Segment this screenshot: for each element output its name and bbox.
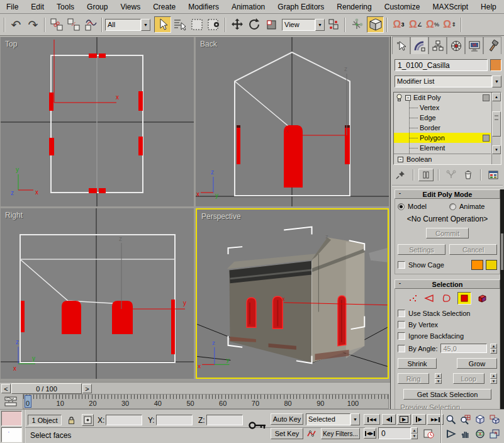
scroll-down-button[interactable]: ▼ [492, 145, 501, 154]
open-mini-curve-editor-button[interactable] [2, 395, 20, 408]
selection-header[interactable]: - Selection [395, 279, 500, 289]
play-button[interactable]: ▶ [397, 414, 411, 425]
menu-rendering[interactable]: Rendering [330, 1, 378, 13]
angle-snap-toggle-button[interactable]: Ω∠ [407, 16, 424, 33]
viewport-perspective-canvas[interactable]: x z z x y [197, 210, 388, 378]
viewport-top-canvas[interactable]: x y x z [1, 37, 194, 206]
tab-motion[interactable] [447, 36, 465, 54]
track-bar-ruler[interactable]: 0 10 20 30 40 50 60 70 80 90 100 [23, 394, 389, 409]
settings-button[interactable]: Settings [398, 244, 445, 255]
stack-row-vertex[interactable]: Vertex [394, 103, 501, 113]
time-slider-handle[interactable]: 0 / 100 [11, 383, 82, 394]
stack-scrollbar[interactable]: ▲ ▼ [491, 93, 501, 164]
keyboard-override-toggle-button[interactable] [367, 16, 384, 33]
remove-modifier-button[interactable] [461, 169, 476, 181]
shrink-button[interactable]: Shrink [398, 358, 437, 369]
vertex-subobject-button[interactable] [406, 293, 419, 304]
pan-button[interactable] [459, 428, 473, 440]
bind-to-space-warp-button[interactable] [82, 16, 99, 33]
select-by-name-button[interactable] [171, 16, 188, 33]
reference-coordinate-dropdown[interactable]: View ▼ [282, 19, 325, 31]
select-and-rotate-button[interactable] [245, 16, 262, 33]
menu-help[interactable]: Help [474, 1, 503, 13]
panel-scroll-thumb[interactable] [501, 233, 503, 270]
select-and-manipulate-button[interactable] [348, 16, 365, 33]
scroll-thumb[interactable] [492, 111, 501, 137]
maximize-viewport-toggle-button[interactable] [488, 428, 501, 440]
undo-button[interactable]: ↶ [8, 16, 25, 33]
menu-file[interactable]: File [0, 1, 25, 13]
tab-display[interactable] [465, 36, 483, 54]
viewport-back-label[interactable]: Back [200, 40, 217, 48]
select-object-button[interactable] [154, 16, 171, 33]
menu-views[interactable]: Views [114, 1, 147, 13]
object-name-field[interactable]: 1_0100_Casilla [395, 59, 488, 71]
viewport-top[interactable]: x y x z Top [1, 37, 194, 206]
spinner-snap-toggle-button[interactable]: Ω⇕ [441, 16, 458, 33]
polygon-subobject-button[interactable] [457, 292, 471, 305]
stack-row-boolean[interactable]: -Boolean [394, 154, 501, 164]
stack-row-edge[interactable]: Edge [394, 113, 501, 123]
select-and-scale-button[interactable] [262, 16, 279, 33]
scroll-up-button[interactable]: ▲ [492, 93, 501, 101]
edit-poly-mode-header[interactable]: - Edit Poly Mode [395, 189, 500, 199]
window-crossing-toggle-button[interactable] [205, 16, 222, 33]
menu-group[interactable]: Group [81, 1, 114, 13]
stack-row-edit-poly[interactable]: - Edit Poly [394, 93, 501, 103]
menu-create[interactable]: Create [147, 1, 182, 13]
maxscript-mini-listener-white[interactable]: ' [1, 427, 22, 442]
commit-button[interactable]: Commit [426, 228, 469, 238]
by-angle-spinner[interactable]: ▲▼ [490, 344, 497, 353]
current-frame-field[interactable]: 0 [378, 427, 411, 439]
get-stack-selection-button[interactable]: Get Stack Selection [403, 389, 491, 400]
percent-snap-toggle-button[interactable]: Ω% [424, 16, 441, 33]
arc-rotate-button[interactable] [473, 428, 487, 440]
auto-key-button[interactable]: Auto Key [271, 413, 303, 425]
tab-modify[interactable] [410, 36, 428, 54]
zoom-extents-button[interactable] [473, 413, 487, 425]
time-configuration-button[interactable] [422, 428, 435, 439]
tab-hierarchy[interactable] [428, 36, 447, 54]
stack-modifier-label[interactable]: Edit Poly [413, 94, 480, 101]
field-of-view-button[interactable] [444, 428, 458, 440]
pin-stack-button[interactable] [393, 169, 408, 181]
redo-button[interactable]: ↷ [25, 16, 42, 33]
menu-modifiers[interactable]: Modifiers [182, 1, 225, 13]
y-coordinate-field[interactable] [156, 415, 193, 425]
element-subobject-button[interactable] [476, 293, 488, 304]
selection-filter-dropdown[interactable]: All ▼ [105, 19, 150, 31]
select-and-link-button[interactable] [48, 16, 65, 33]
menu-tools[interactable]: Tools [50, 1, 81, 13]
previous-frame-button[interactable]: ◀ [382, 414, 396, 425]
viewport-right-canvas[interactable]: y z z y x [1, 208, 194, 379]
collapse-box-icon[interactable]: - [398, 157, 403, 162]
time-slider-next-button[interactable]: > [82, 384, 92, 393]
frame-spinner[interactable]: ▲▼ [411, 427, 418, 439]
modifier-enable-square[interactable] [483, 135, 490, 142]
set-key-button[interactable]: Set Key [271, 428, 303, 439]
ring-button[interactable]: Ring [398, 373, 429, 384]
tab-utilities[interactable] [483, 36, 501, 54]
modifier-enable-square[interactable] [483, 94, 490, 101]
show-cage-checkbox[interactable]: Show Cage [398, 261, 471, 269]
edge-subobject-button[interactable] [423, 293, 436, 304]
animate-radio[interactable]: Animate [449, 203, 497, 210]
menu-edit[interactable]: Edit [25, 1, 50, 13]
configure-modifier-sets-button[interactable] [486, 169, 501, 181]
by-angle-checkbox[interactable]: By Angle: 45,0 ▲▼ [398, 344, 497, 353]
by-angle-field[interactable]: 45,0 [440, 344, 487, 353]
absolute-mode-toggle[interactable] [82, 414, 94, 426]
menu-graph-editors[interactable]: Graph Editors [271, 1, 330, 13]
maxscript-mini-listener-pink[interactable] [1, 411, 22, 426]
viewport-right[interactable]: y z z y x Right [1, 208, 194, 379]
selection-set-dropdown[interactable]: Selected ▼ [306, 413, 360, 425]
viewport-right-label[interactable]: Right [5, 211, 23, 220]
z-coordinate-field[interactable] [206, 415, 243, 425]
ignore-backfacing-checkbox[interactable]: Ignore Backfacing [398, 332, 497, 340]
selection-lock-toggle[interactable] [65, 415, 77, 425]
rectangular-selection-region-button[interactable] [188, 16, 205, 33]
stack-row-border[interactable]: Border [394, 123, 501, 133]
loop-spinner[interactable]: ▲▼ [490, 373, 497, 384]
x-coordinate-field[interactable] [106, 415, 142, 425]
modifier-list-dropdown[interactable]: Modifier List ▼ [395, 76, 501, 87]
